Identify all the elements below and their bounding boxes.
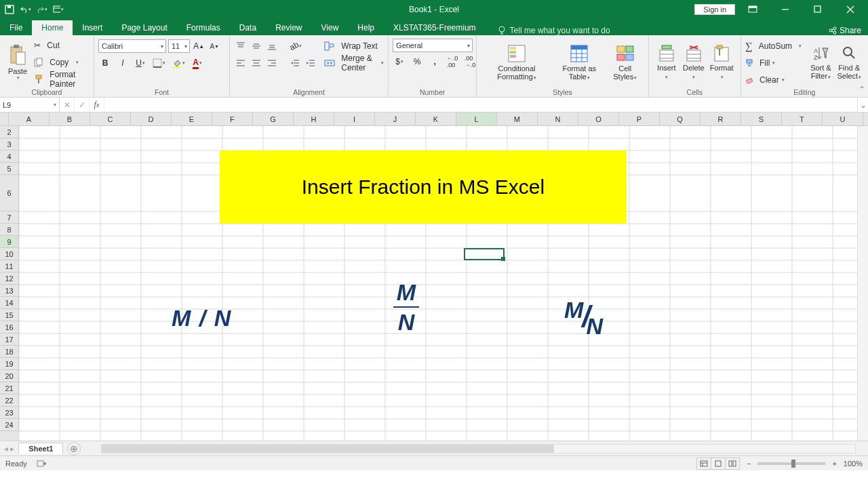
tab-page-layout[interactable]: Page Layout: [112, 20, 176, 35]
collapse-ribbon-icon[interactable]: ⌃: [859, 85, 865, 94]
border-button[interactable]: ▾: [151, 56, 167, 70]
align-bottom-icon[interactable]: [265, 39, 279, 54]
column-header-K[interactable]: K: [416, 113, 456, 126]
sign-in-button[interactable]: Sign in: [694, 4, 735, 15]
redo-icon[interactable]: ▾: [37, 4, 47, 15]
column-header-G[interactable]: G: [253, 113, 294, 126]
fill-color-button[interactable]: ▾: [171, 56, 186, 70]
paste-button[interactable]: Paste▾: [4, 37, 31, 88]
equation-bevel-fraction[interactable]: M / N: [564, 300, 603, 333]
comma-format-icon[interactable]: ,: [428, 54, 441, 69]
font-size-select[interactable]: 11: [168, 39, 190, 53]
accounting-format-icon[interactable]: $▾: [393, 54, 406, 69]
zoom-in-icon[interactable]: +: [832, 460, 836, 468]
column-header-H[interactable]: H: [294, 113, 334, 126]
macro-record-icon[interactable]: [37, 460, 46, 468]
row-header-14[interactable]: 14: [0, 297, 19, 309]
cut-button[interactable]: ✂ Cut: [34, 38, 90, 53]
tab-insert[interactable]: Insert: [73, 20, 112, 35]
clear-button[interactable]: Clear▾: [745, 73, 802, 87]
find-select-button[interactable]: Find & Select▾: [834, 37, 864, 88]
italic-button[interactable]: I: [116, 56, 130, 70]
row-header-2[interactable]: 2: [0, 126, 19, 138]
row-header-21[interactable]: 21: [0, 382, 19, 394]
align-right-icon[interactable]: [265, 56, 279, 70]
expand-formula-bar-icon[interactable]: ⌄: [857, 98, 868, 112]
selected-cell[interactable]: [464, 248, 505, 260]
insert-cells-button[interactable]: Insert▾: [653, 37, 680, 88]
tab-formulas[interactable]: Formulas: [177, 20, 230, 35]
ribbon-options-icon[interactable]: [738, 0, 768, 19]
cell-styles-button[interactable]: Cell Styles▾: [606, 37, 644, 88]
close-button[interactable]: [835, 0, 865, 19]
column-header-L[interactable]: L: [456, 113, 497, 126]
row-header-13[interactable]: 13: [0, 285, 19, 297]
row-header-16[interactable]: 16: [0, 321, 19, 333]
page-break-view-icon[interactable]: [725, 458, 740, 470]
align-middle-icon[interactable]: [250, 39, 263, 54]
column-header-U[interactable]: U: [823, 113, 863, 126]
format-painter-button[interactable]: Format Painter: [34, 72, 90, 87]
format-cells-button[interactable]: Format▾: [707, 37, 736, 88]
number-format-select[interactable]: General: [393, 39, 473, 52]
share-button[interactable]: Share: [829, 26, 861, 35]
row-header-20[interactable]: 20: [0, 370, 19, 382]
row-header-22[interactable]: 22: [0, 394, 19, 407]
percent-format-icon[interactable]: %: [410, 54, 424, 69]
page-layout-view-icon[interactable]: [711, 458, 726, 470]
headline-cell[interactable]: Insert Fraction in MS Excel: [220, 150, 627, 224]
increase-decimal-icon[interactable]: ←.0.00: [446, 54, 459, 69]
column-header-A[interactable]: A: [9, 113, 50, 126]
maximize-button[interactable]: [803, 0, 833, 19]
row-header-23[interactable]: 23: [0, 407, 19, 419]
tab-review[interactable]: Review: [266, 20, 311, 35]
delete-cells-button[interactable]: Delete▾: [680, 37, 707, 88]
conditional-formatting-button[interactable]: Conditional Formatting▾: [481, 37, 553, 88]
column-header-J[interactable]: J: [375, 113, 416, 126]
row-header-11[interactable]: 11: [0, 260, 19, 272]
tell-me-search[interactable]: Tell me what you want to do: [498, 26, 610, 35]
tab-home[interactable]: Home: [32, 20, 73, 35]
row-header-17[interactable]: 17: [0, 333, 19, 346]
column-header-M[interactable]: M: [497, 113, 538, 126]
normal-view-icon[interactable]: [696, 458, 711, 470]
horizontal-scrollbar[interactable]: [101, 444, 856, 453]
tab-help[interactable]: Help: [348, 20, 384, 35]
equation-stacked-fraction[interactable]: M N: [393, 281, 419, 333]
orientation-icon[interactable]: ab▾: [288, 39, 303, 54]
row-header-10[interactable]: 10: [0, 248, 19, 260]
row-header-18[interactable]: 18: [0, 346, 19, 358]
equation-inline-fraction[interactable]: M / N: [172, 305, 231, 331]
column-header-S[interactable]: S: [741, 113, 782, 126]
row-header-24[interactable]: 24: [0, 419, 19, 431]
zoom-slider[interactable]: [757, 462, 825, 465]
font-color-button[interactable]: A▾: [191, 56, 204, 70]
accept-formula-icon[interactable]: ✓: [75, 98, 90, 112]
sheet-tab[interactable]: Sheet1: [18, 443, 63, 454]
row-header-6[interactable]: 6: [0, 175, 19, 211]
row-header-15[interactable]: 15: [0, 309, 19, 321]
row-header-4[interactable]: 4: [0, 150, 19, 163]
save-icon[interactable]: [4, 4, 15, 15]
column-header-P[interactable]: P: [619, 113, 660, 126]
column-header-F[interactable]: F: [212, 113, 253, 126]
decrease-decimal-icon[interactable]: .00→.0: [463, 54, 477, 69]
merge-center-button[interactable]: Merge & Center ▾: [324, 56, 384, 70]
row-header-3[interactable]: 3: [0, 138, 19, 150]
row-header-7[interactable]: 7: [0, 211, 19, 224]
column-header-N[interactable]: N: [538, 113, 578, 126]
tab-file[interactable]: File: [0, 20, 32, 35]
undo-icon[interactable]: ▾: [20, 4, 31, 15]
cells-canvas[interactable]: Insert Fraction in MS Excel M / N M N M …: [19, 126, 857, 441]
select-all-corner[interactable]: [0, 113, 9, 126]
row-header-5[interactable]: 5: [0, 163, 19, 175]
column-header-O[interactable]: O: [578, 113, 619, 126]
column-header-E[interactable]: E: [172, 113, 212, 126]
fill-button[interactable]: Fill▾: [745, 56, 802, 70]
font-name-select[interactable]: Calibri: [98, 39, 166, 53]
align-top-icon[interactable]: [234, 39, 248, 54]
tab-view[interactable]: View: [312, 20, 349, 35]
column-header-Q[interactable]: Q: [660, 113, 701, 126]
insert-function-icon[interactable]: fx: [90, 98, 104, 112]
cancel-formula-icon[interactable]: ✕: [60, 98, 75, 112]
